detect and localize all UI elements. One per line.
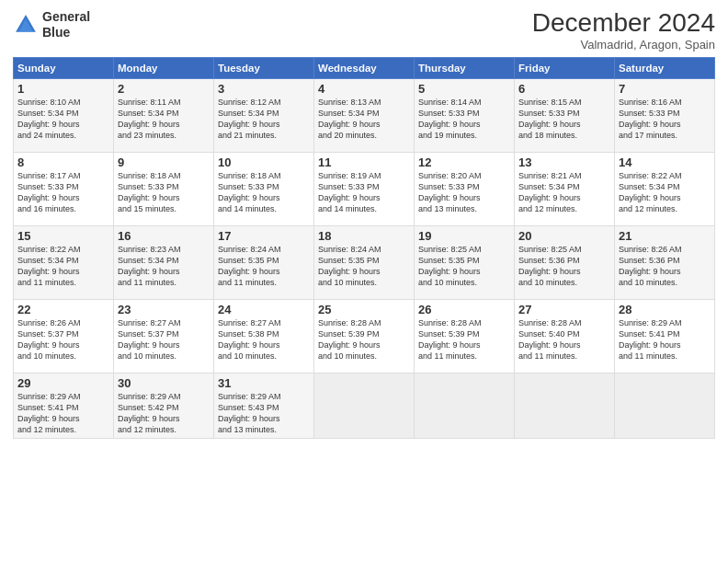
- day-number: 14: [619, 155, 711, 169]
- day-number: 8: [17, 155, 109, 169]
- cell-content: Sunrise: 8:29 AM Sunset: 5:42 PM Dayligh…: [118, 391, 210, 436]
- cell-content: Sunrise: 8:23 AM Sunset: 5:34 PM Dayligh…: [118, 244, 210, 289]
- table-row: 3Sunrise: 8:12 AM Sunset: 5:34 PM Daylig…: [214, 78, 314, 152]
- day-number: 11: [318, 155, 410, 169]
- cell-content: Sunrise: 8:22 AM Sunset: 5:34 PM Dayligh…: [17, 244, 109, 289]
- day-number: 18: [318, 229, 410, 243]
- table-row: [314, 373, 415, 439]
- table-row: 15Sunrise: 8:22 AM Sunset: 5:34 PM Dayli…: [14, 225, 114, 299]
- day-number: 31: [218, 376, 310, 390]
- table-row: 31Sunrise: 8:29 AM Sunset: 5:43 PM Dayli…: [214, 373, 314, 439]
- day-number: 9: [118, 155, 210, 169]
- cell-content: Sunrise: 8:15 AM Sunset: 5:33 PM Dayligh…: [518, 97, 610, 142]
- day-number: 16: [118, 229, 210, 243]
- table-row: 29Sunrise: 8:29 AM Sunset: 5:41 PM Dayli…: [14, 373, 114, 439]
- cell-content: Sunrise: 8:27 AM Sunset: 5:38 PM Dayligh…: [218, 317, 310, 362]
- col-wednesday: Wednesday: [314, 57, 415, 78]
- table-row: 5Sunrise: 8:14 AM Sunset: 5:33 PM Daylig…: [415, 78, 515, 152]
- day-number: 21: [619, 229, 711, 243]
- day-number: 23: [118, 303, 210, 316]
- day-number: 17: [218, 229, 310, 243]
- cell-content: Sunrise: 8:26 AM Sunset: 5:36 PM Dayligh…: [619, 244, 711, 289]
- cell-content: Sunrise: 8:13 AM Sunset: 5:34 PM Dayligh…: [318, 97, 410, 142]
- day-number: 3: [218, 82, 310, 96]
- table-row: 28Sunrise: 8:29 AM Sunset: 5:41 PM Dayli…: [615, 299, 715, 373]
- header-row: Sunday Monday Tuesday Wednesday Thursday…: [14, 57, 715, 78]
- day-number: 24: [218, 303, 310, 316]
- logo: General Blue: [13, 9, 90, 40]
- col-tuesday: Tuesday: [214, 57, 314, 78]
- cell-content: Sunrise: 8:29 AM Sunset: 5:41 PM Dayligh…: [619, 317, 711, 362]
- table-row: 25Sunrise: 8:28 AM Sunset: 5:39 PM Dayli…: [314, 299, 415, 373]
- cell-content: Sunrise: 8:10 AM Sunset: 5:34 PM Dayligh…: [17, 97, 109, 142]
- col-sunday: Sunday: [14, 57, 114, 78]
- cell-content: Sunrise: 8:20 AM Sunset: 5:33 PM Dayligh…: [418, 170, 510, 215]
- cell-content: Sunrise: 8:29 AM Sunset: 5:43 PM Dayligh…: [218, 391, 310, 436]
- day-number: 28: [619, 303, 711, 316]
- logo-icon: [13, 12, 39, 38]
- header: General Blue December 2024 Valmadrid, Ar…: [13, 9, 715, 52]
- table-row: 10Sunrise: 8:18 AM Sunset: 5:33 PM Dayli…: [214, 152, 314, 225]
- day-number: 5: [418, 82, 510, 96]
- table-row: 27Sunrise: 8:28 AM Sunset: 5:40 PM Dayli…: [515, 299, 615, 373]
- col-thursday: Thursday: [415, 57, 515, 78]
- table-row: 12Sunrise: 8:20 AM Sunset: 5:33 PM Dayli…: [415, 152, 515, 225]
- table-row: 9Sunrise: 8:18 AM Sunset: 5:33 PM Daylig…: [114, 152, 214, 225]
- col-saturday: Saturday: [615, 57, 715, 78]
- cell-content: Sunrise: 8:24 AM Sunset: 5:35 PM Dayligh…: [318, 244, 410, 289]
- cell-content: Sunrise: 8:14 AM Sunset: 5:33 PM Dayligh…: [418, 97, 510, 142]
- cell-content: Sunrise: 8:22 AM Sunset: 5:34 PM Dayligh…: [619, 170, 711, 215]
- logo-text: General Blue: [42, 9, 90, 40]
- table-row: 1Sunrise: 8:10 AM Sunset: 5:34 PM Daylig…: [14, 78, 114, 152]
- table-row: 2Sunrise: 8:11 AM Sunset: 5:34 PM Daylig…: [114, 78, 214, 152]
- table-row: 17Sunrise: 8:24 AM Sunset: 5:35 PM Dayli…: [214, 225, 314, 299]
- cell-content: Sunrise: 8:26 AM Sunset: 5:37 PM Dayligh…: [17, 317, 109, 362]
- day-number: 19: [418, 229, 510, 243]
- calendar-table: Sunday Monday Tuesday Wednesday Thursday…: [13, 57, 715, 440]
- cell-content: Sunrise: 8:28 AM Sunset: 5:39 PM Dayligh…: [318, 317, 410, 362]
- table-row: 16Sunrise: 8:23 AM Sunset: 5:34 PM Dayli…: [114, 225, 214, 299]
- table-row: 20Sunrise: 8:25 AM Sunset: 5:36 PM Dayli…: [515, 225, 615, 299]
- table-row: 22Sunrise: 8:26 AM Sunset: 5:37 PM Dayli…: [14, 299, 114, 373]
- day-number: 15: [17, 229, 109, 243]
- table-row: 23Sunrise: 8:27 AM Sunset: 5:37 PM Dayli…: [114, 299, 214, 373]
- cell-content: Sunrise: 8:12 AM Sunset: 5:34 PM Dayligh…: [218, 97, 310, 142]
- cell-content: Sunrise: 8:28 AM Sunset: 5:39 PM Dayligh…: [418, 317, 510, 362]
- day-number: 10: [218, 155, 310, 169]
- table-row: 7Sunrise: 8:16 AM Sunset: 5:33 PM Daylig…: [615, 78, 715, 152]
- cell-content: Sunrise: 8:16 AM Sunset: 5:33 PM Dayligh…: [619, 97, 711, 142]
- cell-content: Sunrise: 8:27 AM Sunset: 5:37 PM Dayligh…: [118, 317, 210, 362]
- day-number: 20: [518, 229, 610, 243]
- table-row: 8Sunrise: 8:17 AM Sunset: 5:33 PM Daylig…: [14, 152, 114, 225]
- day-number: 29: [17, 376, 109, 390]
- cell-content: Sunrise: 8:29 AM Sunset: 5:41 PM Dayligh…: [17, 391, 109, 436]
- table-row: 26Sunrise: 8:28 AM Sunset: 5:39 PM Dayli…: [415, 299, 515, 373]
- day-number: 13: [518, 155, 610, 169]
- day-number: 22: [17, 303, 109, 316]
- cell-content: Sunrise: 8:17 AM Sunset: 5:33 PM Dayligh…: [17, 170, 109, 215]
- cell-content: Sunrise: 8:24 AM Sunset: 5:35 PM Dayligh…: [218, 244, 310, 289]
- location-subtitle: Valmadrid, Aragon, Spain: [532, 38, 715, 52]
- cell-content: Sunrise: 8:18 AM Sunset: 5:33 PM Dayligh…: [218, 170, 310, 215]
- month-title: December 2024: [532, 9, 715, 38]
- table-row: 18Sunrise: 8:24 AM Sunset: 5:35 PM Dayli…: [314, 225, 415, 299]
- day-number: 1: [17, 82, 109, 96]
- day-number: 4: [318, 82, 410, 96]
- calendar-header: Sunday Monday Tuesday Wednesday Thursday…: [14, 57, 715, 78]
- calendar-body: 1Sunrise: 8:10 AM Sunset: 5:34 PM Daylig…: [14, 78, 715, 439]
- cell-content: Sunrise: 8:25 AM Sunset: 5:35 PM Dayligh…: [418, 244, 510, 289]
- table-row: [615, 373, 715, 439]
- table-row: 24Sunrise: 8:27 AM Sunset: 5:38 PM Dayli…: [214, 299, 314, 373]
- title-block: December 2024 Valmadrid, Aragon, Spain: [532, 9, 715, 52]
- table-row: [415, 373, 515, 439]
- cell-content: Sunrise: 8:18 AM Sunset: 5:33 PM Dayligh…: [118, 170, 210, 215]
- table-row: 30Sunrise: 8:29 AM Sunset: 5:42 PM Dayli…: [114, 373, 214, 439]
- page-container: General Blue December 2024 Valmadrid, Ar…: [0, 0, 728, 444]
- day-number: 30: [118, 376, 210, 390]
- table-row: 13Sunrise: 8:21 AM Sunset: 5:34 PM Dayli…: [515, 152, 615, 225]
- cell-content: Sunrise: 8:28 AM Sunset: 5:40 PM Dayligh…: [518, 317, 610, 362]
- day-number: 7: [619, 82, 711, 96]
- cell-content: Sunrise: 8:11 AM Sunset: 5:34 PM Dayligh…: [118, 97, 210, 142]
- col-friday: Friday: [515, 57, 615, 78]
- day-number: 26: [418, 303, 510, 316]
